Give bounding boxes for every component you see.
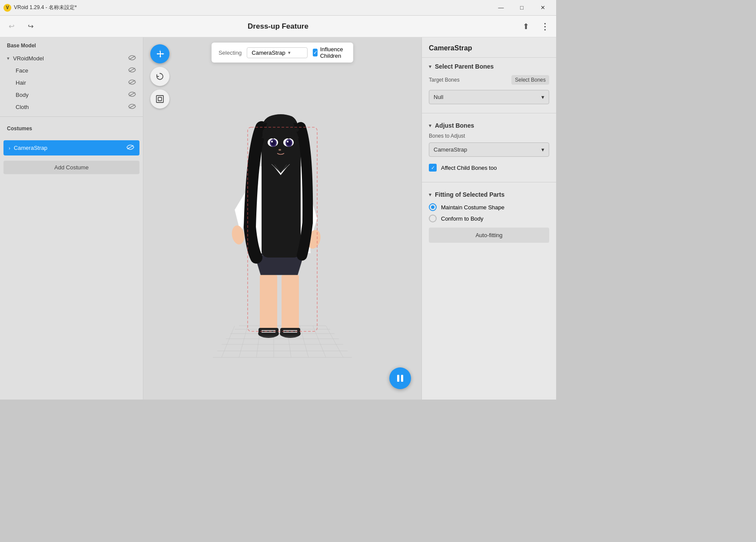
- title-bar-left: V VRoid 1.29.4 - 名称未設定*: [3, 4, 77, 12]
- target-bones-row: Target Bones Select Bones: [429, 73, 549, 86]
- title-bar: V VRoid 1.29.4 - 名称未設定* — □ ✕: [0, 0, 556, 16]
- hair-item[interactable]: Hair: [0, 76, 143, 89]
- minimize-button[interactable]: —: [491, 0, 511, 16]
- fitting-chevron: ▾: [429, 192, 431, 198]
- affect-child-bones-row[interactable]: ✓ Affect Child Bones too: [429, 162, 549, 173]
- costume-item-camerastrap[interactable]: › CameraStrap: [3, 140, 139, 155]
- vroid-model-item[interactable]: ▾ VRoidModel: [0, 52, 143, 64]
- hair-label: Hair: [16, 79, 26, 86]
- select-parent-bones-content: Target Bones Select Bones Null ▾: [422, 73, 556, 109]
- bones-to-adjust-label: Bones to Adjust: [429, 133, 465, 139]
- select-parent-bones-section[interactable]: ▾ Select Parent Bones: [422, 58, 556, 73]
- base-model-header: Base Model: [0, 37, 143, 52]
- null-value: Null: [434, 94, 443, 100]
- svg-line-15: [222, 326, 235, 357]
- model-visibility-icon[interactable]: [128, 55, 136, 62]
- adjust-bones-chevron: ▾: [429, 123, 431, 129]
- character-svg: [191, 62, 374, 375]
- svg-rect-24: [282, 275, 299, 331]
- body-item[interactable]: Body: [0, 89, 143, 101]
- hair-visibility-icon[interactable]: [128, 79, 136, 86]
- svg-line-21: [313, 326, 326, 357]
- svg-line-22: [326, 326, 343, 357]
- bones-to-adjust-label-wrap: Bones to Adjust: [429, 132, 549, 139]
- null-dropdown[interactable]: Null ▾: [429, 90, 549, 104]
- section-divider-1: [422, 113, 556, 113]
- svg-rect-55: [401, 375, 403, 382]
- cloth-visibility-icon[interactable]: [128, 103, 136, 110]
- costumes-section: Costumes: [0, 120, 143, 139]
- svg-rect-28: [280, 328, 300, 336]
- select-bones-button[interactable]: Select Bones: [511, 75, 549, 85]
- face-item[interactable]: Face: [0, 64, 143, 76]
- panel-divider: [0, 116, 143, 117]
- svg-line-16: [239, 326, 248, 357]
- section-divider-2: [422, 182, 556, 182]
- conform-to-body-label: Conform to Body: [441, 215, 484, 222]
- main-toolbar: ↩ ↪ Dress-up Feature ⬆ ⋮: [0, 16, 556, 37]
- svg-point-50: [271, 141, 273, 142]
- conform-to-body-radio-row[interactable]: Conform to Body: [429, 213, 549, 224]
- maximize-button[interactable]: □: [512, 0, 532, 16]
- fitting-section[interactable]: ▾ Fitting of Selected Parts: [422, 186, 556, 202]
- bones-dropdown-chevron: ▾: [541, 146, 544, 153]
- add-costume-button[interactable]: Add Costume: [3, 161, 139, 174]
- face-label: Face: [16, 67, 28, 74]
- adjust-bones-content: Bones to Adjust CameraStrap ▾ ✓ Affect C…: [422, 132, 556, 178]
- close-button[interactable]: ✕: [533, 0, 553, 16]
- cloth-label: Cloth: [16, 104, 29, 110]
- affect-child-label: Affect Child Bones too: [441, 165, 497, 171]
- pause-button[interactable]: [389, 367, 411, 389]
- app-icon: V: [3, 4, 11, 12]
- main-layout: Base Model ▾ VRoidModel Face Hair: [0, 37, 556, 400]
- toolbar-right: ⬆ ⋮: [518, 19, 553, 34]
- expand-chevron: ▾: [7, 56, 10, 61]
- canvas-area: Selecting CameraStrap ▾ ✓ Influence Chil…: [143, 37, 421, 400]
- null-dropdown-chevron: ▾: [541, 94, 544, 100]
- undo-button[interactable]: ↩: [3, 19, 19, 34]
- app-title: VRoid 1.29.4 - 名称未設定*: [14, 4, 77, 11]
- adjust-bones-label: Adjust Bones: [435, 122, 474, 129]
- cloth-item[interactable]: Cloth: [0, 101, 143, 113]
- conform-to-body-radio[interactable]: [429, 215, 437, 222]
- body-visibility-icon[interactable]: [128, 91, 136, 98]
- svg-rect-23: [260, 275, 277, 331]
- toolbar-title: Dress-up Feature: [248, 22, 308, 31]
- bones-dropdown-value: CameraStrap: [434, 146, 467, 153]
- face-visibility-icon[interactable]: [128, 67, 136, 74]
- fitting-label: Fitting of Selected Parts: [435, 191, 504, 198]
- right-panel: CameraStrap ▾ Select Parent Bones Target…: [421, 37, 556, 400]
- radio-inner-dot: [431, 205, 434, 209]
- menu-button[interactable]: ⋮: [537, 19, 553, 34]
- svg-point-51: [287, 141, 288, 142]
- target-bones-label: Target Bones: [429, 77, 460, 83]
- left-panel: Base Model ▾ VRoidModel Face Hair: [0, 37, 143, 400]
- costume-chevron: ›: [9, 145, 10, 151]
- maintain-costume-radio-row[interactable]: Maintain Costume Shape: [429, 202, 549, 213]
- section-chevron: ▾: [429, 64, 431, 69]
- auto-fitting-button[interactable]: Auto-fitting: [429, 228, 549, 243]
- model-name: VRoidModel: [13, 55, 44, 62]
- adjust-bones-section[interactable]: ▾ Adjust Bones: [422, 117, 556, 132]
- svg-line-20: [300, 326, 308, 357]
- redo-button[interactable]: ↪: [23, 19, 38, 34]
- body-label: Body: [16, 92, 29, 98]
- svg-point-35: [230, 225, 245, 245]
- costume-visibility-icon[interactable]: [126, 145, 134, 151]
- svg-point-52: [279, 149, 281, 151]
- costumes-header: Costumes: [7, 126, 136, 135]
- toolbar-left: ↩ ↪: [3, 19, 38, 34]
- select-parent-bones-label: Select Parent Bones: [435, 63, 494, 70]
- character-viewport: [143, 37, 421, 400]
- window-controls: — □ ✕: [491, 0, 553, 16]
- maintain-costume-label: Maintain Costume Shape: [441, 204, 504, 211]
- maintain-costume-radio[interactable]: [429, 203, 437, 211]
- upload-button[interactable]: ⬆: [518, 19, 534, 34]
- affect-child-checkbox[interactable]: ✓: [429, 164, 437, 172]
- camera-strap-dropdown[interactable]: CameraStrap ▾: [429, 142, 549, 157]
- fitting-content: Maintain Costume Shape Conform to Body A…: [422, 202, 556, 248]
- svg-rect-43: [262, 127, 301, 258]
- costume-name: CameraStrap: [14, 145, 47, 151]
- right-panel-title: CameraStrap: [422, 37, 556, 58]
- svg-rect-54: [397, 375, 399, 382]
